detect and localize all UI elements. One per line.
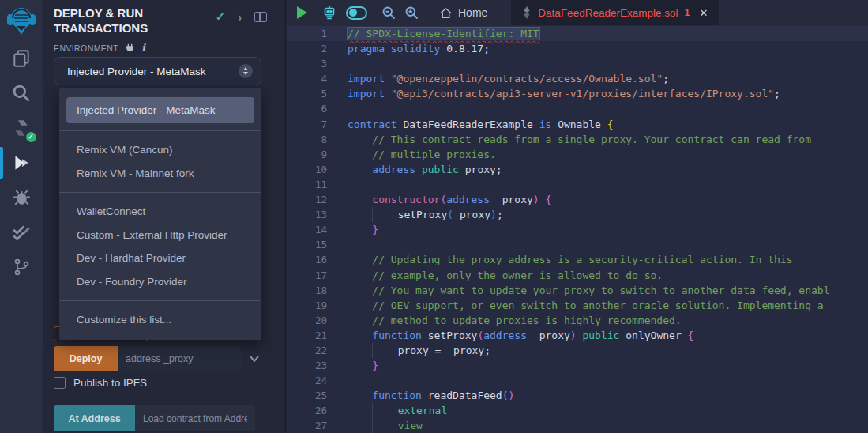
- line-number: 15: [287, 237, 327, 252]
- code-line: 10 address public proxy;: [287, 162, 868, 177]
- expand-constructor-args-icon[interactable]: [249, 355, 260, 363]
- icon-sidebar: ✓: [0, 0, 43, 433]
- run-script-chevron-icon[interactable]: ›: [238, 9, 242, 25]
- code-line: 19 // OEV support, or even switch to ano…: [287, 298, 868, 313]
- pin-panel-icon[interactable]: [254, 12, 267, 22]
- code-line: 12 constructor(address _proxy) {: [287, 192, 868, 207]
- line-number: 18: [287, 283, 327, 298]
- line-number: 27: [287, 418, 327, 433]
- line-number: 22: [287, 343, 327, 358]
- line-number: 14: [287, 222, 327, 237]
- line-number: 13: [287, 207, 327, 222]
- editor-pane: Home DataFeedReaderExample.sol 1 ✕ 1// S…: [284, 0, 868, 433]
- remix-ide-window: ✓ DEPLOY & RUN: [0, 0, 868, 433]
- unit-testing-icon[interactable]: [0, 215, 43, 250]
- code-line: 7contract DataFeedReaderExample is Ownab…: [287, 117, 868, 132]
- ai-assistant-robot-icon[interactable]: [321, 4, 338, 21]
- code-line: 27 view: [287, 418, 868, 433]
- panel-title: DEPLOY & RUN TRANSACTIONS: [54, 6, 196, 36]
- close-tab-icon[interactable]: ✕: [699, 7, 708, 19]
- environment-info-icon[interactable]: i: [141, 42, 145, 54]
- deploy-button[interactable]: Deploy: [54, 346, 118, 371]
- line-number: 19: [287, 298, 327, 313]
- file-error-count-badge: 1: [684, 7, 690, 18]
- code-line: 23 }: [287, 358, 868, 373]
- code-line: 3: [287, 56, 868, 71]
- line-number: 2: [287, 41, 327, 56]
- line-number: 4: [287, 71, 327, 86]
- tab-home[interactable]: Home: [431, 0, 500, 25]
- deploy-constructor-input[interactable]: [118, 346, 241, 371]
- line-number: 25: [287, 388, 327, 403]
- line-number: 24: [287, 373, 327, 388]
- git-icon[interactable]: [0, 250, 43, 284]
- code-editor[interactable]: 1// SPDX-License-Identifier: MIT2pragma …: [287, 25, 868, 433]
- line-number: 12: [287, 192, 327, 207]
- home-tab-label: Home: [458, 6, 487, 19]
- code-line: 16 // Updating the proxy address is a se…: [287, 252, 868, 267]
- environment-selected-value: Injected Provider - MetaMask: [67, 66, 239, 77]
- file-tab-label: DataFeedReaderExample.sol: [538, 7, 678, 19]
- code-line: 11: [287, 177, 868, 192]
- line-number: 7: [287, 117, 327, 132]
- file-explorer-icon[interactable]: [0, 41, 43, 76]
- tab-datafeedreaderexample[interactable]: DataFeedReaderExample.sol 1 ✕: [511, 0, 719, 25]
- compile-success-badge: ✓: [26, 132, 36, 142]
- line-number: 17: [287, 268, 327, 283]
- environment-option[interactable]: Customize this list...: [59, 308, 261, 332]
- at-address-input[interactable]: [135, 405, 255, 431]
- line-number: 9: [287, 147, 327, 162]
- code-line: 20 // method to update proxies is highly…: [287, 313, 868, 328]
- environment-select[interactable]: Injected Provider - MetaMask: [54, 57, 261, 85]
- dropdown-divider: [59, 130, 261, 131]
- publish-to-ipfs-checkbox[interactable]: [54, 377, 66, 389]
- run-play-icon[interactable]: [297, 6, 307, 19]
- deploy-run-panel: DEPLOY & RUN TRANSACTIONS ✓ › ENVIRONMEN…: [44, 0, 284, 433]
- environment-option[interactable]: Remix VM - Mainnet fork: [59, 162, 261, 186]
- environment-option[interactable]: Dev - Hardhat Provider: [59, 247, 261, 270]
- code-line: 13 setProxy(_proxy);: [287, 207, 868, 222]
- line-number: 3: [287, 56, 327, 71]
- zoom-in-icon[interactable]: [404, 5, 420, 21]
- code-line: 14 }: [287, 222, 868, 237]
- copilot-toggle-icon[interactable]: [346, 6, 367, 20]
- environment-option[interactable]: WalletConnect: [59, 200, 261, 224]
- code-line: 5import "@api3/contracts/api3-server-v1/…: [287, 86, 868, 101]
- at-address-button[interactable]: At Address: [54, 405, 135, 431]
- dropdown-divider: [59, 300, 261, 301]
- solidity-file-icon: [522, 6, 532, 19]
- code-line: 26 external: [287, 403, 868, 418]
- code-line: 9 // multiple proxies.: [287, 147, 868, 162]
- active-plugin-indicator: [0, 147, 3, 179]
- dropdown-divider: [59, 192, 261, 193]
- plug-icon: [125, 43, 135, 53]
- debugger-icon[interactable]: [0, 180, 43, 215]
- line-number: 11: [287, 177, 327, 192]
- line-number: 20: [287, 313, 327, 328]
- line-number: 10: [287, 162, 327, 177]
- code-line: 21 function setProxy(address _proxy) pub…: [287, 328, 868, 343]
- solidity-compiler-icon[interactable]: ✓: [0, 111, 43, 145]
- zoom-out-icon[interactable]: [381, 5, 397, 21]
- deploy-run-icon[interactable]: [0, 145, 43, 180]
- environment-label: ENVIRONMENT: [54, 43, 118, 53]
- code-line: 24: [287, 373, 868, 388]
- code-line: 15: [287, 237, 868, 252]
- search-icon[interactable]: [0, 76, 43, 111]
- code-line: 17 // example, only the owner is allowed…: [287, 268, 868, 283]
- line-number: 16: [287, 252, 327, 267]
- environment-option[interactable]: Injected Provider - MetaMask: [66, 97, 254, 123]
- code-line: 8 // This contract reads from a single p…: [287, 132, 868, 147]
- environment-option[interactable]: Custom - External Http Provider: [59, 224, 261, 247]
- code-line: 22 proxy = _proxy;: [287, 343, 868, 358]
- code-line: 6: [287, 101, 868, 116]
- code-line: 1// SPDX-License-Identifier: MIT: [287, 26, 868, 41]
- remix-logo-icon[interactable]: [0, 0, 43, 41]
- line-number: 8: [287, 132, 327, 147]
- environment-option[interactable]: Dev - Foundry Provider: [59, 270, 261, 294]
- code-line: 18 // You may want to update your proxy …: [287, 283, 868, 298]
- code-line: 4import "@openzeppelin/contracts/access/…: [287, 71, 868, 86]
- environment-option[interactable]: Remix VM (Cancun): [59, 138, 261, 162]
- line-number: 21: [287, 328, 327, 343]
- line-number: 1: [287, 26, 327, 41]
